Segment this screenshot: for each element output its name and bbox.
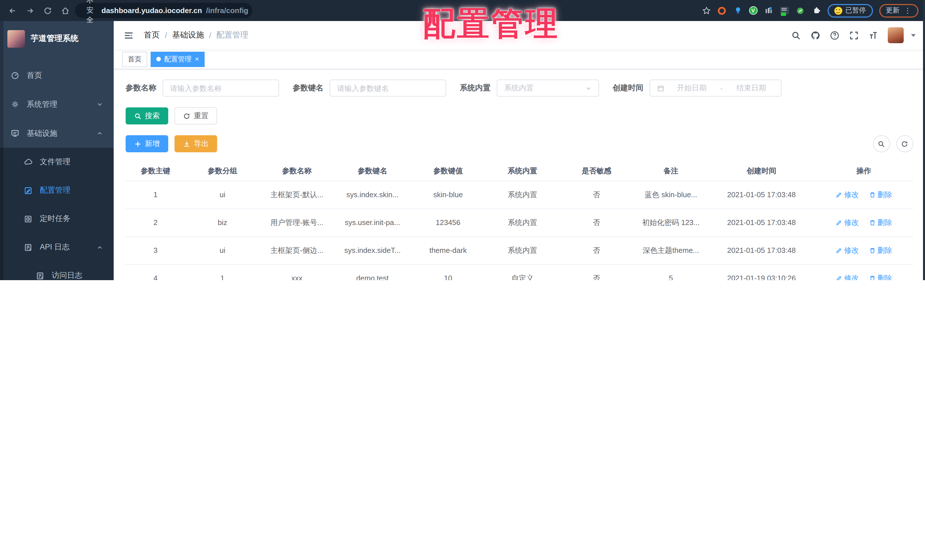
toggle-search-button[interactable] (873, 135, 890, 152)
start-date-placeholder: 开始日期 (669, 83, 715, 93)
delete-link[interactable]: 删除 (869, 245, 892, 256)
table-row: 2 biz 用户管理-账号... sys.user.init-pa... 123… (126, 209, 913, 236)
tab-label: 配置管理 (164, 54, 191, 64)
table-cell: 主框架页-默认... (259, 181, 334, 209)
sidebar-item-access-log[interactable]: 访问日志 (0, 261, 114, 280)
table-body: 1 ui 主框架页-默认... sys.index.skin... skin-b… (126, 181, 913, 280)
col-header: 是否敏感 (560, 161, 633, 181)
tab-home[interactable]: 首页 (122, 51, 147, 67)
user-menu-caret-icon[interactable] (911, 34, 915, 37)
select-placeholder: 系统内置 (504, 83, 534, 93)
search-icon[interactable] (791, 30, 800, 40)
active-tab-dot (156, 57, 161, 62)
delete-icon (869, 247, 875, 254)
ext-green-v-icon[interactable]: V (749, 6, 757, 15)
table-row: 1 ui 主框架页-默认... sys.index.skin... skin-b… (126, 181, 913, 209)
edit-link[interactable]: 修改 (836, 245, 859, 256)
filter-label-name: 参数名称 (126, 83, 156, 93)
table-row: 4 1 xxx demo.test 10 自定义 否 5 2021-01-19 … (126, 264, 913, 280)
font-size-icon[interactable] (868, 30, 878, 40)
table-cell: xxx (259, 264, 334, 280)
browser-menu-icon[interactable]: ⋮ (904, 7, 911, 14)
bookmark-star-icon[interactable] (702, 6, 711, 15)
sidebar-item-scheduled-tasks[interactable]: 定时任务 (0, 205, 114, 233)
close-tab-icon[interactable]: × (195, 56, 199, 63)
reload-icon[interactable] (43, 6, 52, 15)
delete-link-label: 删除 (877, 217, 892, 227)
end-date-placeholder: 结束日期 (728, 83, 774, 93)
sidebar-collapse-icon[interactable] (124, 30, 134, 41)
table-cell: 系统内置 (485, 209, 559, 236)
sidebar-item-config-management[interactable]: 配置管理 (0, 176, 114, 205)
table-cell: 4 (126, 264, 185, 280)
fullscreen-icon[interactable] (849, 30, 859, 40)
reset-button[interactable]: 重置 (175, 107, 217, 125)
ext-leaf-icon[interactable] (795, 6, 805, 15)
address-bar[interactable]: 不安全 dashboard.yudao.iocoder.cn/infra/con… (75, 3, 252, 18)
recording-paused-pill[interactable]: 已暂停 (827, 4, 873, 17)
extensions-puzzle-icon[interactable] (811, 6, 821, 15)
ext-pin-icon[interactable] (733, 6, 743, 15)
delete-link[interactable]: 删除 (869, 273, 892, 280)
col-header: 参数主键 (126, 161, 185, 181)
edit-icon (836, 219, 842, 226)
paused-label: 已暂停 (845, 6, 866, 15)
delete-link[interactable]: 删除 (869, 217, 892, 227)
system-builtin-select[interactable]: 系统内置 (497, 80, 599, 96)
breadcrumb-item-home[interactable]: 首页 (144, 30, 160, 40)
url-host: dashboard.yudao.iocoder.cn (101, 6, 202, 15)
forward-icon[interactable] (26, 6, 35, 15)
table-cell-actions: 修改 删除 (815, 181, 913, 209)
table-cell: 系统内置 (485, 236, 559, 264)
ext-orange-icon[interactable] (717, 6, 727, 15)
table-cell: 2021-01-05 17:03:48 (708, 209, 815, 236)
page-scrollbar[interactable] (923, 0, 925, 280)
edit-link[interactable]: 修改 (836, 190, 859, 200)
export-button[interactable]: 导出 (175, 135, 217, 152)
date-range-separator: - (720, 84, 723, 92)
edit-link[interactable]: 修改 (836, 217, 859, 227)
table-cell: 2 (126, 209, 185, 236)
sidebar-item-infra[interactable]: 基础设施 (0, 119, 114, 148)
add-button[interactable]: 新增 (126, 135, 168, 152)
sidebar-item-file-management[interactable]: 文件管理 (0, 148, 114, 176)
param-name-input[interactable] (163, 80, 279, 96)
table-cell: 2021-01-05 17:03:48 (708, 236, 815, 264)
sidebar: 芋道管理系统 首页 系统管理 基础设施 (0, 21, 114, 280)
table-cell: 系统内置 (485, 181, 559, 209)
tab-config-management[interactable]: 配置管理 × (151, 51, 205, 67)
back-icon[interactable] (8, 6, 17, 15)
table-row: 3 ui 主框架页-侧边... sys.index.sideT... theme… (126, 236, 913, 264)
chevron-up-icon (96, 130, 103, 136)
create-time-range-picker[interactable]: 开始日期 - 结束日期 (649, 80, 782, 96)
col-header: 参数分组 (185, 161, 259, 181)
edit-link[interactable]: 修改 (836, 273, 859, 280)
breadcrumb-item-infra[interactable]: 基础设施 (172, 30, 204, 40)
user-avatar[interactable] (887, 27, 903, 43)
table-cell: 1 (126, 181, 185, 209)
home-icon[interactable] (61, 6, 70, 15)
table-cell: demo.test (334, 264, 411, 280)
table-cell: 3 (126, 236, 185, 264)
search-button[interactable]: 搜索 (126, 107, 168, 125)
ext-on-badge-icon[interactable] (779, 6, 789, 15)
sidebar-item-home[interactable]: 首页 (0, 61, 114, 90)
sidebar-item-api-log[interactable]: API 日志 (0, 233, 114, 261)
ext-cards-icon[interactable] (764, 6, 773, 15)
delete-icon (869, 219, 875, 226)
breadcrumb-item-current: 配置管理 (217, 30, 249, 40)
refresh-icon (901, 140, 908, 148)
dashboard-icon (11, 71, 19, 80)
gear-icon (11, 100, 19, 108)
annotation-overlay-text: 配置管理 (423, 2, 559, 46)
delete-link[interactable]: 删除 (869, 190, 892, 200)
param-key-input[interactable] (330, 80, 446, 96)
update-browser-button[interactable]: 更新⋮ (879, 4, 918, 17)
table-cell: sys.user.init-pa... (334, 209, 411, 236)
app-logo[interactable]: 芋道管理系统 (0, 21, 114, 56)
github-icon[interactable] (810, 30, 820, 40)
help-icon[interactable] (830, 30, 839, 40)
sidebar-item-system[interactable]: 系统管理 (0, 90, 114, 119)
table-cell: 初始化密码 123... (633, 209, 708, 236)
refresh-table-button[interactable] (896, 135, 913, 152)
